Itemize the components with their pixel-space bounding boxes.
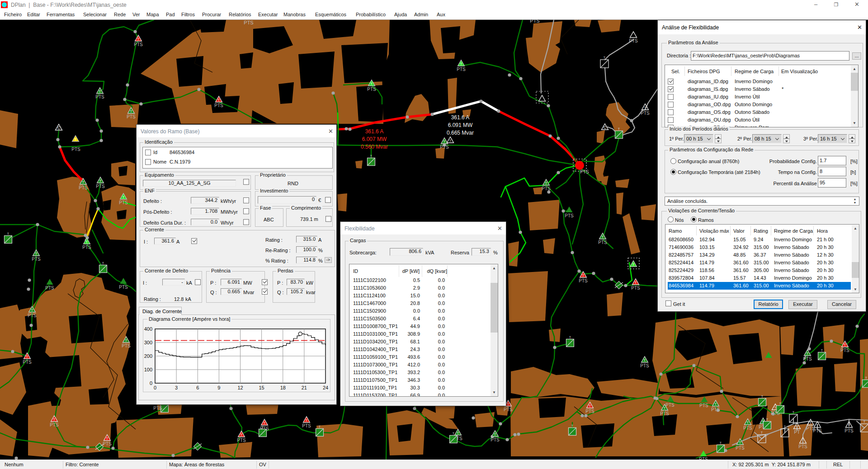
svg-text:PTS: PTS	[244, 20, 253, 25]
svg-text:T: T	[604, 56, 606, 59]
svg-text:T: T	[821, 349, 823, 352]
svg-text:PTS: PTS	[23, 360, 32, 365]
svg-text:T: T	[571, 424, 574, 427]
svg-text:PTS: PTS	[504, 407, 513, 412]
svg-text:6: 6	[196, 385, 199, 390]
svg-text:0.665 Mvar: 0.665 Mvar	[447, 130, 474, 136]
svg-text:T: T	[848, 424, 850, 427]
svg-text:PTS: PTS	[302, 423, 311, 428]
svg-text:361.6 A: 361.6 A	[451, 114, 470, 121]
svg-text:0: 0	[150, 380, 152, 386]
svg-text:T: T	[507, 403, 509, 406]
svg-text:PTS: PTS	[798, 444, 807, 449]
svg-text:T: T	[810, 422, 812, 425]
svg-text:PTS: PTS	[71, 147, 80, 152]
svg-text:PTS: PTS	[736, 446, 745, 450]
svg-text:T: T	[644, 106, 646, 109]
svg-text:PTS: PTS	[542, 186, 551, 191]
svg-text:T: T	[319, 425, 321, 428]
svg-text:PTS: PTS	[840, 348, 849, 353]
svg-text:PTS: PTS	[50, 422, 59, 427]
svg-text:PTS: PTS	[813, 428, 822, 433]
svg-text:T: T	[7, 232, 9, 235]
svg-text:18: 18	[280, 385, 286, 390]
svg-text:PTS: PTS	[699, 403, 708, 408]
svg-text:PTS: PTS	[103, 441, 112, 446]
svg-text:PTS: PTS	[122, 343, 131, 348]
svg-text:PTS: PTS	[629, 38, 638, 43]
svg-text:T: T	[264, 422, 266, 425]
svg-text:PTS: PTS	[153, 406, 162, 411]
svg-text:T: T	[715, 403, 717, 406]
svg-text:PTS: PTS	[803, 356, 812, 361]
svg-text:PTS: PTS	[119, 285, 128, 290]
svg-text:T: T	[796, 425, 798, 428]
svg-text:T: T	[218, 98, 220, 102]
svg-text:T: T	[582, 274, 585, 277]
svg-text:361.6 A: 361.6 A	[365, 128, 384, 135]
svg-text:T: T	[793, 411, 795, 414]
svg-text:T: T	[102, 262, 104, 265]
svg-text:PTS: PTS	[585, 409, 594, 414]
svg-text:PTS: PTS	[95, 94, 104, 99]
svg-text:T: T	[99, 179, 102, 183]
svg-text:PTS: PTS	[119, 200, 128, 205]
svg-text:T: T	[241, 433, 243, 436]
svg-text:9: 9	[217, 385, 220, 390]
svg-text:6.007 MW: 6.007 MW	[362, 136, 387, 142]
svg-text:PTS: PTS	[565, 213, 574, 218]
svg-text:C: C	[57, 126, 60, 130]
svg-text:400: 400	[144, 326, 152, 332]
svg-text:T: T	[371, 82, 373, 85]
svg-text:T: T	[766, 418, 769, 421]
svg-text:T: T	[123, 196, 125, 199]
svg-text:T: T	[457, 431, 459, 435]
svg-text:T: T	[865, 376, 868, 380]
svg-text:PTS: PTS	[641, 111, 650, 116]
svg-text:T: T	[130, 110, 132, 113]
svg-text:T: T	[720, 441, 722, 445]
svg-text:PTS: PTS	[743, 426, 752, 431]
svg-text:T: T	[306, 419, 308, 422]
svg-text:PTS: PTS	[491, 437, 500, 442]
svg-text:T: T	[86, 240, 88, 244]
svg-text:T: T	[31, 309, 33, 312]
svg-text:T: T	[443, 140, 446, 143]
svg-text:T: T	[602, 235, 604, 239]
svg-text:0: 0	[154, 385, 156, 390]
svg-text:3: 3	[175, 385, 178, 390]
svg-text:T: T	[739, 441, 741, 444]
svg-text:PTS: PTS	[367, 87, 376, 92]
svg-text:T: T	[779, 402, 782, 405]
svg-text:T: T	[632, 263, 635, 266]
svg-text:PTS: PTS	[631, 286, 640, 291]
svg-text:C: C	[604, 125, 606, 130]
svg-text:200: 200	[144, 353, 152, 359]
svg-text:100: 100	[144, 367, 152, 372]
svg-text:PTS: PTS	[530, 20, 539, 23]
svg-text:T: T	[35, 252, 38, 255]
svg-text:T: T	[761, 395, 764, 398]
svg-text:300: 300	[144, 340, 152, 345]
svg-text:PTS: PTS	[237, 438, 246, 443]
svg-text:PTS: PTS	[134, 42, 143, 47]
svg-text:T: T	[99, 90, 101, 93]
svg-text:T: T	[125, 339, 127, 342]
svg-text:PTS: PTS	[440, 145, 449, 150]
svg-text:T: T	[82, 181, 85, 184]
svg-text:T: T	[26, 355, 28, 358]
svg-text:PTS: PTS	[660, 411, 669, 416]
svg-text:PTS: PTS	[82, 245, 91, 250]
svg-text:PTS: PTS	[45, 286, 54, 291]
svg-text:T: T	[569, 336, 571, 339]
svg-text:T: T	[449, 139, 452, 142]
svg-text:T: T	[863, 420, 866, 423]
svg-text:T: T	[844, 343, 846, 347]
svg-text:0.560 Mvar: 0.560 Mvar	[361, 144, 388, 150]
svg-text:PTS: PTS	[711, 407, 720, 412]
svg-text:PTS: PTS	[640, 363, 649, 368]
svg-text:T: T	[453, 432, 455, 435]
svg-text:6.091 MW: 6.091 MW	[448, 122, 473, 128]
svg-text:T: T	[589, 404, 591, 408]
svg-text:PTS: PTS	[79, 185, 88, 190]
